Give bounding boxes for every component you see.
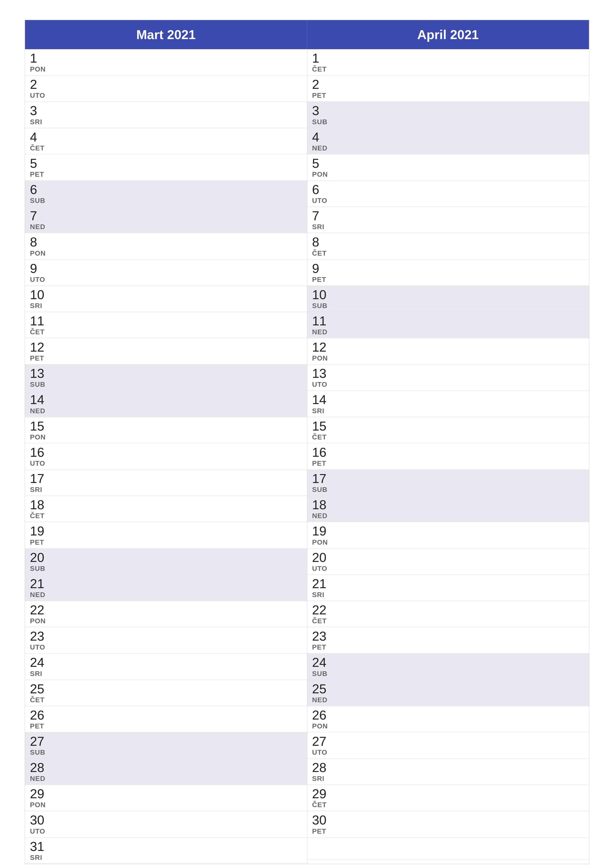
- mart-day-row: 30 UTO: [25, 811, 307, 837]
- april-day-num-22: 22: [312, 603, 327, 617]
- mart-day-name-27: SUB: [30, 749, 45, 756]
- mart-day-name-1: PON: [30, 65, 46, 73]
- mart-header: Mart 2021: [25, 20, 307, 49]
- april-day-cell-24: 24 SUB: [312, 656, 328, 677]
- mart-day-num-6: 6: [30, 183, 45, 197]
- mart-day-num-7: 7: [30, 209, 45, 223]
- mart-day-row: 4 ČET: [25, 128, 307, 154]
- april-day-name-19: PON: [312, 538, 328, 546]
- mart-day-name-10: SRI: [30, 302, 44, 310]
- april-day-name-30: PET: [312, 828, 326, 835]
- april-day-cell-27: 27 UTO: [312, 735, 328, 756]
- mart-day-cell-25: 25 ČET: [30, 682, 45, 704]
- april-day-cell-1: 1 ČET: [312, 51, 327, 73]
- mart-day-cell-18: 18 ČET: [30, 498, 45, 520]
- april-day-name-27: UTO: [312, 749, 328, 756]
- april-day-cell-22: 22 ČET: [312, 603, 327, 625]
- april-day-cell-16: 16 PET: [312, 445, 326, 467]
- april-day-cell-23: 23 PET: [312, 629, 326, 651]
- mart-day-cell-14: 14 NED: [30, 393, 45, 415]
- april-day-name-16: PET: [312, 459, 326, 467]
- april-day-num-15: 15: [312, 419, 327, 433]
- mart-day-row: 14 NED: [25, 391, 307, 417]
- mart-day-row: 11 ČET: [25, 312, 307, 338]
- mart-day-row: 24 SRI: [25, 654, 307, 680]
- mart-day-num-29: 29: [30, 787, 46, 801]
- mart-day-cell-20: 20 SUB: [30, 550, 45, 573]
- april-day-num-11: 11: [312, 314, 328, 328]
- mart-day-num-17: 17: [30, 471, 44, 486]
- april-title: April 2021: [417, 28, 479, 42]
- april-day-num-18: 18: [312, 498, 328, 512]
- mart-day-name-17: SRI: [30, 486, 44, 494]
- mart-day-name-21: NED: [30, 591, 45, 599]
- april-day-cell-14: 14 SRI: [312, 393, 326, 415]
- april-day-row: 2 PET: [307, 76, 589, 102]
- april-day-cell-28: 28 SRI: [312, 761, 326, 783]
- april-day-row: 1 ČET: [307, 49, 589, 76]
- mart-column: 1 PON 2 UTO 3 SRI 4 ČET 5 PET 6 SUB 7 NE…: [25, 49, 307, 864]
- april-day-row: 18 NED: [307, 496, 589, 522]
- mart-day-row: 12 PET: [25, 338, 307, 364]
- mart-day-cell-2: 2 UTO: [30, 78, 45, 99]
- mart-day-num-18: 18: [30, 498, 45, 512]
- mart-day-name-28: NED: [30, 775, 45, 783]
- april-day-row: 15 ČET: [307, 417, 589, 443]
- april-day-row: 13 UTO: [307, 364, 589, 391]
- april-day-num-28: 28: [312, 761, 326, 775]
- april-day-name-7: SRI: [312, 223, 325, 231]
- mart-day-num-5: 5: [30, 157, 44, 170]
- mart-day-name-15: PON: [30, 433, 46, 441]
- april-column: 1 ČET 2 PET 3 SUB 4 NED 5 PON 6 UTO 7 SR…: [307, 49, 589, 864]
- mart-day-name-5: PET: [30, 170, 44, 178]
- mart-day-num-16: 16: [30, 445, 45, 459]
- april-day-name-8: ČET: [312, 250, 327, 257]
- mart-day-num-28: 28: [30, 761, 45, 775]
- april-day-name-15: ČET: [312, 433, 327, 441]
- mart-day-cell-3: 3 SRI: [30, 104, 42, 126]
- april-day-row: 7 SRI: [307, 207, 589, 233]
- april-day-name-10: SUB: [312, 302, 328, 310]
- mart-day-name-2: UTO: [30, 91, 45, 99]
- april-day-name-29: ČET: [312, 801, 327, 809]
- april-day-row: 28 SRI: [307, 759, 589, 785]
- april-day-name-4: NED: [312, 144, 328, 152]
- mart-day-row: 5 PET: [25, 154, 307, 181]
- mart-day-row: 20 SUB: [25, 549, 307, 575]
- april-day-cell-3: 3 SUB: [312, 104, 328, 126]
- april-day-cell-5: 5 PON: [312, 157, 328, 178]
- mart-day-cell-28: 28 NED: [30, 761, 45, 783]
- april-day-name-2: PET: [312, 91, 326, 99]
- april-day-num-30: 30: [312, 813, 326, 827]
- mart-day-row: 13 SUB: [25, 364, 307, 391]
- april-day-name-28: SRI: [312, 775, 326, 783]
- april-day-row: 29 ČET: [307, 785, 589, 811]
- mart-day-name-25: ČET: [30, 696, 45, 704]
- mart-day-cell-10: 10 SRI: [30, 288, 44, 310]
- april-day-num-10: 10: [312, 288, 328, 302]
- mart-day-row: 19 PET: [25, 522, 307, 548]
- mart-day-name-18: ČET: [30, 512, 45, 520]
- mart-day-cell-7: 7 NED: [30, 209, 45, 231]
- april-day-row: 5 PON: [307, 154, 589, 181]
- april-day-name-23: PET: [312, 643, 326, 651]
- mart-day-cell-9: 9 UTO: [30, 262, 45, 284]
- mart-day-num-9: 9: [30, 262, 45, 276]
- mart-day-num-31: 31: [30, 840, 44, 854]
- april-day-cell-20: 20 UTO: [312, 550, 328, 573]
- april-day-name-26: PON: [312, 722, 328, 730]
- mart-day-num-23: 23: [30, 629, 45, 643]
- april-day-row: 24 SUB: [307, 654, 589, 680]
- april-day-name-11: NED: [312, 328, 328, 336]
- april-day-num-5: 5: [312, 157, 328, 170]
- april-day-name-21: SRI: [312, 591, 326, 599]
- april-day-num-26: 26: [312, 708, 328, 722]
- mart-day-cell-12: 12 PET: [30, 340, 44, 362]
- april-day-num-2: 2: [312, 78, 326, 91]
- mart-day-cell-30: 30 UTO: [30, 813, 45, 835]
- april-day-row: 4 NED: [307, 128, 589, 154]
- april-day-name-12: PON: [312, 354, 328, 362]
- mart-day-row: 28 NED: [25, 759, 307, 785]
- april-day-row: 3 SUB: [307, 102, 589, 128]
- april-day-cell-13: 13 UTO: [312, 366, 328, 389]
